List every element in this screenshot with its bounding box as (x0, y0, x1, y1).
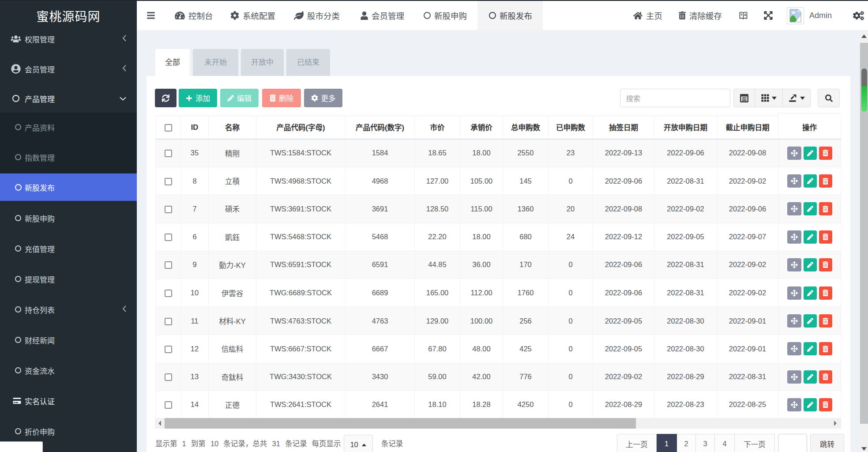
svg-text:A: A (744, 13, 747, 17)
